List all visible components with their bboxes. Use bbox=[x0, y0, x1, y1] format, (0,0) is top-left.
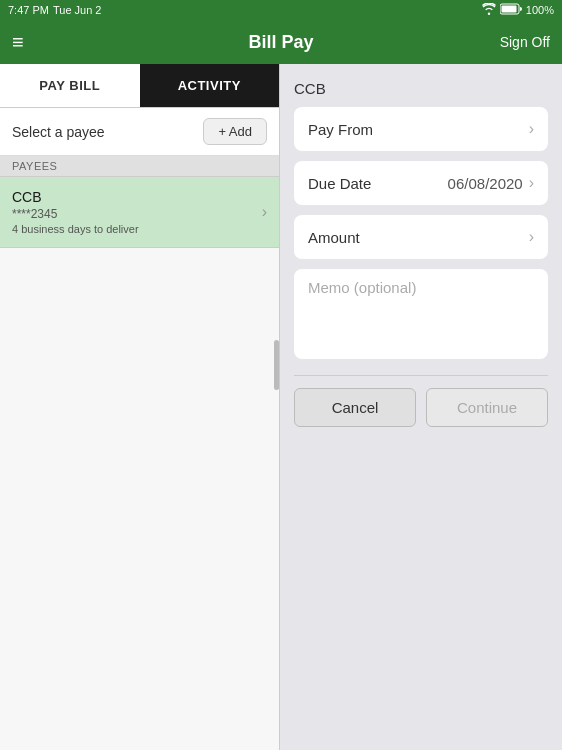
due-date-row[interactable]: Due Date 06/08/2020 › bbox=[294, 161, 548, 205]
status-bar: 7:47 PM Tue Jun 2 100% bbox=[0, 0, 562, 20]
due-date-card: Due Date 06/08/2020 › bbox=[294, 161, 548, 205]
select-payee-bar: Select a payee + Add bbox=[0, 108, 279, 156]
tab-bar: PAY BILL ACTIVITY bbox=[0, 64, 279, 108]
due-date-text: 06/08/2020 bbox=[448, 175, 523, 192]
cancel-button[interactable]: Cancel bbox=[294, 388, 416, 427]
due-date-chevron-icon: › bbox=[529, 174, 534, 192]
payee-info: CCB ****2345 4 business days to deliver bbox=[12, 189, 139, 235]
tab-activity[interactable]: ACTIVITY bbox=[140, 64, 280, 107]
memo-card[interactable]: Memo (optional) bbox=[294, 269, 548, 359]
pay-from-label: Pay From bbox=[308, 121, 373, 138]
payee-account: ****2345 bbox=[12, 207, 139, 221]
status-time: 7:47 PM bbox=[8, 4, 49, 16]
app-title: Bill Pay bbox=[248, 32, 313, 53]
payees-section-header: PAYEES bbox=[0, 156, 279, 177]
left-panel: PAY BILL ACTIVITY Select a payee + Add P… bbox=[0, 64, 280, 750]
main-layout: PAY BILL ACTIVITY Select a payee + Add P… bbox=[0, 64, 562, 750]
pay-from-card: Pay From › bbox=[294, 107, 548, 151]
memo-placeholder: Memo (optional) bbox=[308, 279, 416, 296]
scroll-indicator bbox=[274, 340, 279, 390]
add-payee-button[interactable]: + Add bbox=[203, 118, 267, 145]
sign-off-button[interactable]: Sign Off bbox=[500, 34, 550, 50]
payee-item[interactable]: CCB ****2345 4 business days to deliver … bbox=[0, 177, 279, 248]
wifi-icon bbox=[482, 3, 496, 17]
status-date: Tue Jun 2 bbox=[53, 4, 102, 16]
menu-icon[interactable]: ≡ bbox=[12, 32, 24, 52]
continue-button: Continue bbox=[426, 388, 548, 427]
amount-row[interactable]: Amount › bbox=[294, 215, 548, 259]
select-payee-label: Select a payee bbox=[12, 124, 105, 140]
amount-card: Amount › bbox=[294, 215, 548, 259]
pay-from-row[interactable]: Pay From › bbox=[294, 107, 548, 151]
status-left: 7:47 PM Tue Jun 2 bbox=[8, 4, 101, 16]
status-right: 100% bbox=[482, 3, 554, 17]
tab-pay-bill[interactable]: PAY BILL bbox=[0, 64, 140, 107]
right-panel: CCB Pay From › Due Date 06/08/2020 › bbox=[280, 64, 562, 750]
selected-payee-name: CCB bbox=[294, 80, 548, 97]
svg-rect-1 bbox=[501, 6, 516, 13]
due-date-value: 06/08/2020 › bbox=[448, 174, 534, 192]
pay-from-chevron-icon: › bbox=[529, 120, 534, 138]
amount-chevron-icon: › bbox=[529, 228, 534, 246]
action-buttons: Cancel Continue bbox=[294, 388, 548, 427]
payee-name: CCB bbox=[12, 189, 139, 205]
app-header: ≡ Bill Pay Sign Off bbox=[0, 20, 562, 64]
divider bbox=[294, 375, 548, 376]
pay-from-value: › bbox=[529, 120, 534, 138]
amount-label: Amount bbox=[308, 229, 360, 246]
battery-percent: 100% bbox=[526, 4, 554, 16]
due-date-label: Due Date bbox=[308, 175, 371, 192]
payee-delivery: 4 business days to deliver bbox=[12, 223, 139, 235]
payee-chevron-icon: › bbox=[262, 203, 267, 221]
amount-value: › bbox=[529, 228, 534, 246]
battery-icon bbox=[500, 3, 522, 17]
